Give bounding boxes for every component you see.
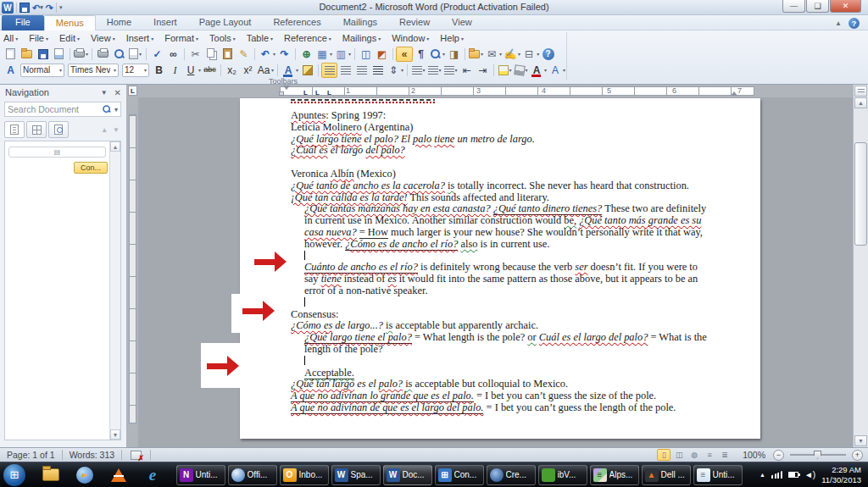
text-highlight-color-button[interactable]: ▾	[497, 63, 513, 78]
navigation-heading-item[interactable]: ▤	[8, 147, 106, 158]
zoom-slider[interactable]	[790, 454, 846, 456]
open-button[interactable]	[19, 47, 35, 62]
scroll-up-icon[interactable]: ▲	[854, 97, 867, 108]
horizontal-ruler[interactable]: 1234567LLL	[138, 85, 853, 97]
new-document-button[interactable]	[3, 47, 19, 62]
previous-result-icon[interactable]: ▲	[101, 126, 108, 134]
close-button[interactable]: ✕	[830, 0, 861, 13]
taskbar-button[interactable]: Cre...	[487, 465, 536, 485]
size-select[interactable]: 12▾	[122, 64, 149, 77]
scroll-down-icon[interactable]: ▼	[110, 429, 120, 440]
dictionary-button[interactable]: ◨	[446, 47, 462, 62]
zoom-tool-button[interactable]: ▾	[429, 47, 446, 62]
taskbar-button[interactable]: ≡Alps...	[590, 465, 639, 485]
restore-button[interactable]: ❑	[806, 0, 829, 13]
print-preview-button[interactable]	[111, 47, 127, 62]
tab-review[interactable]: Review	[388, 15, 441, 30]
vertical-scrollbar[interactable]: ▲ ▼	[853, 85, 868, 447]
menu-insert[interactable]: Insert▾	[126, 33, 154, 43]
taskbar-button[interactable]: WSpa...	[331, 465, 381, 485]
menu-help[interactable]: Help▾	[440, 33, 464, 43]
show-hidden-icons[interactable]: ▲	[760, 472, 765, 478]
taskbar-button[interactable]: ▲Dell ...	[642, 465, 691, 485]
view-full-screen-reading-button[interactable]: ◫	[672, 449, 686, 461]
superscript-button[interactable]: x²	[240, 63, 256, 78]
increase-indent-button[interactable]: ⇥	[475, 63, 491, 78]
line-spacing-button[interactable]: ⇕▾	[386, 63, 404, 78]
print-button[interactable]	[95, 47, 111, 62]
tab-stop-marker[interactable]: L	[327, 89, 331, 97]
italic-button[interactable]: I	[167, 63, 183, 78]
folder-tools-button[interactable]: ▾	[468, 47, 484, 62]
tab-insert[interactable]: Insert	[142, 15, 188, 30]
two-pages-view-button[interactable]: ◫	[358, 47, 374, 62]
toggle-classic-menus-button[interactable]: «	[396, 47, 413, 62]
tab-references[interactable]: References	[262, 15, 331, 30]
bold-button[interactable]: B	[151, 63, 167, 78]
menu-window[interactable]: Window▾	[392, 33, 429, 43]
view-web-layout-button[interactable]: ◍	[687, 449, 701, 461]
battery-icon[interactable]	[788, 472, 798, 478]
styles-gallery-button[interactable]: A	[3, 63, 19, 78]
chevron-down-icon[interactable]: ▼	[101, 89, 108, 97]
zoom-out-button[interactable]: −	[773, 450, 784, 461]
minimize-ribbon-icon[interactable]: ▲	[835, 19, 842, 27]
tab-stop-marker[interactable]: L	[303, 89, 308, 97]
undo-button[interactable]: ↶▾	[258, 47, 276, 62]
taskbar-button[interactable]: WDoc...	[383, 465, 432, 485]
object-box-button[interactable]: ⊟▾	[521, 47, 540, 62]
formatting-marks-button[interactable]: ¶	[413, 47, 429, 62]
paste-button[interactable]	[220, 47, 236, 62]
zoom-level[interactable]: 100%	[743, 450, 765, 460]
taskbar-button[interactable]: ibV...	[538, 465, 587, 485]
search-input[interactable]	[8, 104, 101, 114]
cut-button[interactable]: ✂	[187, 47, 203, 62]
permission-document-button[interactable]	[51, 47, 67, 62]
find-button[interactable]: ∞	[165, 47, 181, 62]
send-mail-button[interactable]: ✉▾	[484, 47, 503, 62]
multilevel-list-button[interactable]: ▾	[442, 63, 459, 78]
menu-file[interactable]: File▾	[29, 33, 48, 43]
taskbar-button[interactable]: NUnti...	[176, 465, 225, 485]
shading-button[interactable]: ▾	[513, 63, 529, 78]
tab-stop-selector[interactable]: L	[128, 86, 137, 96]
start-button[interactable]: ⊞	[3, 464, 25, 486]
view-print-layout-button[interactable]: ▯	[657, 449, 670, 461]
zoom-slider-thumb[interactable]	[814, 451, 821, 459]
taskbar-button[interactable]: Offi...	[228, 465, 277, 485]
nav-tab-browse-headings[interactable]	[4, 121, 25, 138]
menu-view[interactable]: View▾	[91, 33, 115, 43]
justify-button[interactable]	[370, 63, 386, 78]
right-indent-marker[interactable]	[731, 91, 737, 96]
internet-explorer-icon[interactable]: e	[142, 465, 163, 485]
document-text[interactable]: Apuntes: Spring 1997:Leticia Molinero (A…	[240, 98, 760, 414]
tab-page-layout[interactable]: Page Layout	[188, 15, 263, 30]
menu-tools[interactable]: Tools▾	[209, 33, 236, 43]
help-button[interactable]: ?	[540, 47, 556, 62]
font-select[interactable]: Times Nev▾	[68, 64, 119, 77]
taskbar-button[interactable]: OInbo...	[280, 465, 329, 485]
taskbar-button[interactable]: ⊞Con...	[435, 465, 484, 485]
volume-icon[interactable]: ◄)	[804, 470, 815, 479]
redo-button[interactable]: ↷	[276, 47, 292, 62]
view-outline-button[interactable]: ≡	[703, 449, 716, 461]
first-line-indent-marker[interactable]	[283, 86, 290, 90]
help-icon[interactable]: ?	[849, 18, 860, 29]
copy-button[interactable]	[203, 47, 220, 62]
tab-home[interactable]: Home	[96, 15, 142, 30]
tab-stop-marker[interactable]: L	[315, 89, 320, 97]
bullets-button[interactable]: ▾	[426, 63, 442, 78]
tab-file[interactable]: File	[2, 15, 44, 30]
view-draft-button[interactable]: ≣	[718, 449, 732, 461]
save-button[interactable]	[35, 47, 51, 62]
menu-table[interactable]: Table▾	[247, 33, 273, 43]
decrease-indent-button[interactable]: ⇤	[459, 63, 475, 78]
insert-hyperlink-button[interactable]: ⊕	[298, 47, 314, 62]
view-ruler-toggle[interactable]	[854, 86, 867, 97]
style-select[interactable]: Normal▾	[20, 64, 64, 77]
font-color-pen-button[interactable]: A▾	[281, 63, 299, 78]
menu-all[interactable]: All▾	[3, 33, 18, 43]
format-painter-button[interactable]: ✎	[236, 47, 252, 62]
character-border-button[interactable]: A▾	[548, 63, 566, 78]
print-quick-button[interactable]: ▾	[73, 47, 89, 62]
